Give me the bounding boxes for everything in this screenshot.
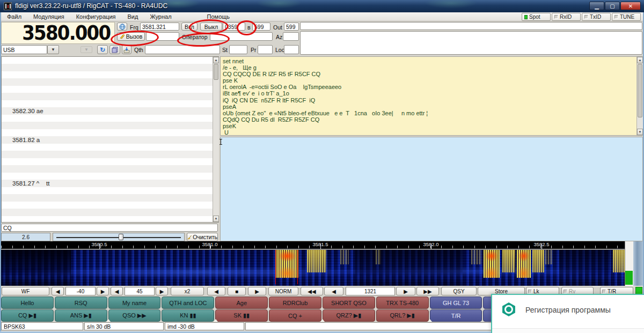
sync-button[interactable]: ↻: [97, 45, 108, 54]
rx-text-panel[interactable]: set nnet/e - e, Ще gCQ CQCQ DE R lZF R5 …: [220, 56, 643, 136]
rx-scroll-down-icon[interactable]: ▼: [637, 129, 643, 135]
macro-button[interactable]: QRZ? ▶▮: [323, 309, 375, 322]
scroll-right-button[interactable]: ▶: [248, 287, 266, 295]
macro-button[interactable]: KN ▮▮: [162, 309, 214, 322]
vfo-frequency-display[interactable]: 3580.000: [1, 22, 115, 44]
tune-button[interactable]: TUNE: [612, 13, 641, 21]
rx-text-line: CQ CQCQ DE R lZF R5 tF R5CF CQ: [223, 71, 635, 77]
mode-select[interactable]: [1, 45, 47, 54]
scroll-left-button[interactable]: ◀: [207, 287, 225, 295]
globe-button[interactable]: [117, 23, 127, 31]
txid-led: [584, 15, 588, 19]
menu-item[interactable]: Вид: [122, 13, 144, 20]
browser-scroll-thumb[interactable]: [214, 64, 218, 80]
close-button[interactable]: ✕: [620, 2, 641, 10]
secondary-dropdown-arrow[interactable]: ▼: [80, 46, 92, 53]
macro-button[interactable]: CQ ▶▮: [1, 309, 54, 322]
frq-input[interactable]: [140, 23, 179, 31]
browser-signal-row[interactable]: 3582.30 ae: [12, 108, 43, 114]
macro-button[interactable]: TRX TS-480: [376, 297, 429, 309]
rx-text-line: pse K: [223, 77, 635, 84]
macro-button[interactable]: Age: [215, 297, 268, 309]
macro-button[interactable]: CQ +: [269, 309, 321, 322]
pr-input[interactable]: [258, 45, 273, 54]
range-value[interactable]: 45: [125, 287, 155, 295]
az-input[interactable]: [283, 32, 299, 41]
op-mode-status[interactable]: BPSK63: [1, 322, 83, 330]
macro-button[interactable]: RSQ: [55, 297, 107, 309]
loc-input[interactable]: [284, 45, 299, 54]
menu-item[interactable]: Файл: [1, 13, 27, 20]
amp-value[interactable]: -40: [65, 287, 96, 295]
loc-label: Loc: [275, 47, 284, 53]
notes-input[interactable]: [300, 22, 642, 30]
mode-dropdown-arrow[interactable]: ▼: [47, 45, 59, 54]
tx-text-panel[interactable]: [220, 137, 643, 241]
macro-button[interactable]: ANS ▶▮: [55, 309, 107, 322]
clear-browser-button[interactable]: Очистить: [187, 233, 218, 241]
scroll-down-icon[interactable]: ▼: [213, 216, 219, 222]
carrier-left2-button[interactable]: ◀◀: [301, 287, 323, 295]
rx-text-line: CQdQ CQ Du R5 dl R5ZF R5ZF CQ: [223, 116, 635, 123]
save-entry-button[interactable]: [122, 45, 131, 54]
rx-scroll-thumb[interactable]: [638, 64, 642, 117]
qsy-button[interactable]: QSY: [441, 287, 477, 295]
wf-mode-button[interactable]: WF: [2, 287, 49, 295]
rst-out-input[interactable]: [284, 23, 299, 31]
carrier-right-button[interactable]: ▶: [396, 287, 415, 295]
amp-down-button[interactable]: ◀: [52, 287, 64, 295]
frq-label: Frq: [130, 24, 138, 31]
rx-scroll-up-icon[interactable]: ▲: [637, 57, 643, 63]
browser-signal-row[interactable]: 3581.82 a: [12, 137, 40, 143]
macro-button[interactable]: QSO ▶▶: [108, 309, 161, 322]
rx-text-line: oUb {omet Z eo" e «Nt5 bleo-ef eBtxuue e…: [223, 110, 635, 116]
registration-popup-title: Регистрация программы: [525, 306, 611, 314]
carrier-value[interactable]: 1321: [346, 287, 395, 295]
signal-browser[interactable]: 3582.30 ae3581.82 a3581.27 ^ tt ▲ ▼: [1, 56, 219, 223]
waterfall-display[interactable]: [1, 250, 625, 286]
st-input[interactable]: [229, 45, 247, 54]
range-up-button[interactable]: ▶: [156, 287, 168, 295]
zoom-button[interactable]: x2: [171, 287, 204, 295]
macro-button[interactable]: QRL? ▶▮: [376, 309, 429, 322]
carrier-left-button[interactable]: ◀: [324, 287, 343, 295]
macro-button[interactable]: Hello: [1, 297, 54, 309]
notes-box[interactable]: [300, 31, 642, 55]
title-bar: fldigi ver3.23.22-ru-utf8 / RigCAT - TS-…: [0, 0, 644, 12]
waterfall-signal: [502, 250, 515, 272]
menu-item[interactable]: Журнал: [144, 13, 177, 20]
macro-button[interactable]: My name: [108, 297, 161, 309]
qth-input[interactable]: [145, 45, 220, 54]
waterfall-signal: [307, 250, 326, 272]
macro-button[interactable]: RDRClub: [269, 297, 321, 309]
macro-button[interactable]: T/R: [430, 309, 482, 322]
browser-scrollbar[interactable]: ▲ ▼: [213, 57, 219, 222]
menu-item[interactable]: Конфигурация: [70, 13, 122, 20]
maximize-button[interactable]: ▢: [605, 2, 620, 10]
carrier-right2-button[interactable]: ▶▶: [416, 287, 439, 295]
display-mode-button[interactable]: NORM: [268, 287, 298, 295]
waterfall-signal: [376, 250, 381, 264]
macro-button[interactable]: SK ▮▮: [215, 309, 268, 322]
txid-button[interactable]: TxID: [582, 13, 611, 21]
macro-button[interactable]: SHORT QSO: [323, 297, 375, 309]
waterfall-signal: [613, 250, 625, 272]
range-down-button[interactable]: ◀: [111, 287, 123, 295]
menu-item[interactable]: Модуляция: [27, 13, 70, 20]
squelch-slider[interactable]: [53, 233, 185, 241]
browser-signal-row[interactable]: 3581.27 ^ tt: [12, 180, 49, 187]
browser-search-input[interactable]: [1, 224, 218, 232]
minimize-button[interactable]: ▁: [589, 2, 604, 10]
macro-button[interactable]: QTH and LOC: [162, 297, 214, 309]
scroll-up-icon[interactable]: ▲: [213, 57, 219, 63]
spot-button[interactable]: Spot: [522, 13, 551, 21]
squelch-slider-thumb[interactable]: [119, 234, 123, 240]
rx-scrollbar[interactable]: ▲ ▼: [636, 57, 643, 135]
macro-button[interactable]: GH GL 73: [430, 297, 482, 309]
rxid-button[interactable]: RxID: [552, 13, 581, 21]
pause-button[interactable]: ■: [228, 287, 246, 295]
registration-popup[interactable]: Регистрация программы: [491, 294, 644, 333]
amp-up-button[interactable]: ▶: [97, 287, 109, 295]
logbook-button[interactable]: [109, 45, 120, 54]
waterfall-cursor[interactable]: [275, 250, 298, 284]
